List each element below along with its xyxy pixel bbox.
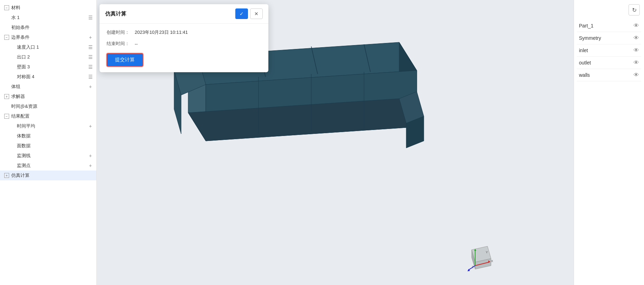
ended-label: 结束时间： [107, 41, 135, 47]
sidebar-item-label: 时间步&资源 [11, 103, 94, 110]
panel-item-inlet[interactable]: inlet 👁 [577, 44, 641, 57]
add-icon[interactable]: + [87, 83, 94, 90]
created-time-row: 创建时间： 2023年10月23日 10:11:41 [107, 29, 261, 36]
sidebar-item-label: 求解器 [11, 93, 94, 100]
menu-icon[interactable]: ☰ [87, 74, 94, 80]
nav-cube-svg: Y X Z [465, 243, 496, 274]
sidebar-item-label: 速度入口 1 [17, 44, 87, 50]
visibility-icon[interactable]: 👁 [633, 60, 639, 66]
submit-section: 提交计算 [107, 52, 261, 67]
refresh-button[interactable]: ↻ [629, 4, 640, 16]
panel-item-label: inlet [579, 48, 588, 53]
menu-icon[interactable]: ☰ [87, 44, 94, 50]
add-icon[interactable]: + [87, 34, 94, 41]
panel-item-outlet[interactable]: outlet 👁 [577, 57, 641, 69]
sidebar-item-time-step[interactable]: 时间步&资源 [0, 101, 96, 111]
sidebar-item-label: 体组 [11, 83, 87, 90]
dialog-title: 仿真计算 [105, 11, 235, 17]
created-value: 2023年10月23日 10:11:41 [135, 29, 188, 36]
visibility-icon[interactable]: 👁 [633, 72, 639, 78]
confirm-icon: ✓ [240, 11, 244, 17]
menu-icon[interactable]: ☰ [87, 14, 94, 21]
sidebar-item-velocity-inlet[interactable]: 速度入口 1 ☰ [0, 42, 96, 52]
add-icon[interactable]: + [87, 123, 94, 129]
sidebar-item-volume-data[interactable]: 体数据 [0, 131, 96, 141]
sidebar-item-symmetry4[interactable]: 对称面 4 ☰ [0, 72, 96, 82]
sidebar-item-label: 壁面 3 [17, 64, 87, 70]
sidebar-item-label: 边界条件 [11, 34, 87, 41]
main-viewport: Y X Z 仿真计算 ✓ ✕ [97, 0, 574, 285]
sidebar-item-boundary-conditions[interactable]: − 边界条件 + [0, 32, 96, 42]
ended-time-row: 结束时间： -- [107, 41, 261, 47]
sidebar-item-result-config[interactable]: − 结果配置 [0, 111, 96, 121]
svg-text:X: X [491, 259, 493, 263]
visibility-icon[interactable]: 👁 [633, 35, 639, 41]
dialog-confirm-button[interactable]: ✓ [235, 8, 248, 19]
sidebar-item-label: 初始条件 [11, 24, 94, 31]
panel-item-label: Part_1 [579, 23, 593, 29]
sidebar-item-water1[interactable]: 水 1 ☰ [0, 13, 96, 23]
close-icon: ✕ [254, 11, 259, 17]
menu-icon[interactable]: ☰ [87, 64, 94, 70]
simulation-dialog: 仿真计算 ✓ ✕ 创建时间： 2023年10月23日 10:11:41 结束时间… [100, 4, 268, 72]
sidebar-item-label: 水 1 [11, 14, 87, 21]
panel-item-label: outlet [579, 60, 591, 66]
visibility-icon[interactable]: 👁 [633, 47, 639, 54]
expand-icon[interactable]: + [4, 94, 9, 99]
add-icon[interactable]: + [87, 153, 94, 159]
sidebar-item-time-avg[interactable]: 时间平均 + [0, 121, 96, 131]
sidebar-item-simulation-calc[interactable]: + 仿真计算 [0, 171, 96, 180]
sidebar-item-label: 面数据 [17, 143, 94, 149]
sidebar-item-surface-data[interactable]: 面数据 [0, 141, 96, 151]
collapse-icon[interactable]: − [4, 35, 9, 40]
sidebar-item-wall3[interactable]: 壁面 3 ☰ [0, 62, 96, 72]
menu-icon[interactable]: ☰ [87, 54, 94, 60]
dialog-body: 创建时间： 2023年10月23日 10:11:41 结束时间： -- 提交计算 [100, 24, 268, 72]
sidebar-item-body-group[interactable]: 体组 + [0, 82, 96, 92]
sidebar-item-label: 材料 [11, 5, 94, 11]
svg-text:Y: Y [486, 250, 488, 254]
collapse-icon[interactable]: − [4, 5, 9, 10]
right-panel-header: ↻ [577, 4, 641, 16]
right-panel: ↻ Part_1 👁 Symmetry 👁 inlet 👁 outlet 👁 w… [574, 0, 644, 285]
submit-calculate-button[interactable]: 提交计算 [107, 53, 143, 67]
add-icon[interactable]: + [87, 162, 94, 169]
sidebar-item-label: 体数据 [17, 133, 94, 139]
sidebar-item-initial-conditions[interactable]: 初始条件 [0, 23, 96, 32]
sidebar-item-monitor-point[interactable]: 监测点 + [0, 161, 96, 171]
nav-cube-container: Y X Z [465, 243, 496, 274]
expand-icon[interactable]: + [4, 173, 9, 178]
sidebar-item-label: 出口 2 [17, 54, 87, 60]
ended-value: -- [135, 41, 138, 47]
sidebar-item-label: 结果配置 [11, 113, 94, 119]
panel-item-label: Symmetry [579, 35, 601, 41]
panel-item-symmetry[interactable]: Symmetry 👁 [577, 32, 641, 44]
dialog-close-button[interactable]: ✕ [250, 8, 263, 19]
collapse-icon[interactable]: − [4, 114, 9, 119]
sidebar-item-label: 监测点 [17, 162, 87, 169]
dialog-header: 仿真计算 ✓ ✕ [100, 4, 268, 24]
panel-item-part1[interactable]: Part_1 👁 [577, 20, 641, 32]
sidebar-item-label: 时间平均 [17, 123, 87, 129]
sidebar-item-label: 仿真计算 [11, 172, 94, 179]
refresh-icon: ↻ [632, 7, 637, 13]
sidebar-item-materials[interactable]: − 材料 [0, 3, 96, 13]
sidebar-item-solver[interactable]: + 求解器 [0, 92, 96, 101]
sidebar-item-outlet2[interactable]: 出口 2 ☰ [0, 52, 96, 62]
sidebar: − 材料 水 1 ☰ 初始条件 − 边界条件 + 速度入口 1 ☰ 出口 2 ☰… [0, 0, 97, 285]
panel-item-label: walls [579, 72, 590, 78]
sidebar-item-label: 监测线 [17, 153, 87, 159]
sidebar-item-label: 对称面 4 [17, 74, 87, 80]
panel-item-walls[interactable]: walls 👁 [577, 69, 641, 81]
sidebar-item-monitor-line[interactable]: 监测线 + [0, 151, 96, 161]
created-label: 创建时间： [107, 29, 135, 36]
visibility-icon[interactable]: 👁 [633, 23, 639, 29]
